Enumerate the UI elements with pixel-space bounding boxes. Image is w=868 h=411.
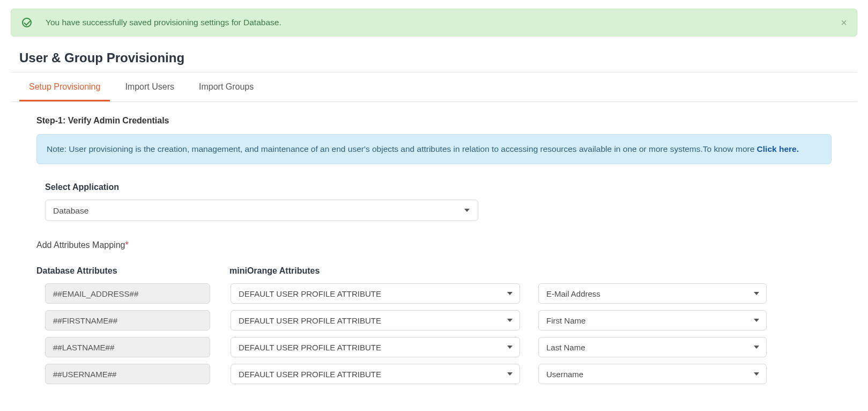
col-header-mo: miniOrange Attributes <box>229 266 832 276</box>
mo-type-select[interactable]: DEFAULT USER PROFILE ATTRIBUTE <box>231 310 520 331</box>
mo-type-select[interactable]: DEFAULT USER PROFILE ATTRIBUTE <box>231 364 520 384</box>
select-application[interactable]: Database <box>45 200 478 221</box>
mo-field-select-wrap: E-Mail Address <box>538 283 767 304</box>
tab-setup-provisioning[interactable]: Setup Provisioning <box>19 72 110 101</box>
col-header-db: Database Attributes <box>36 266 219 276</box>
db-attribute-input[interactable] <box>45 283 210 304</box>
mapping-row: DEFAULT USER PROFILE ATTRIBUTE Username <box>36 364 832 384</box>
required-asterisk: * <box>125 240 128 249</box>
columns-header: Database Attributes miniOrange Attribute… <box>36 266 832 276</box>
db-attribute-input[interactable] <box>45 337 210 357</box>
mapping-row: DEFAULT USER PROFILE ATTRIBUTE First Nam… <box>36 310 832 331</box>
mo-field-select-wrap: First Name <box>538 310 767 331</box>
step-label: Step-1: <box>36 116 65 125</box>
mo-type-select[interactable]: DEFAULT USER PROFILE ATTRIBUTE <box>231 337 520 357</box>
mo-type-select[interactable]: DEFAULT USER PROFILE ATTRIBUTE <box>231 283 520 304</box>
select-application-label: Select Application <box>45 182 832 192</box>
form-section: Select Application Database <box>36 182 832 240</box>
mo-field-select-wrap: Last Name <box>538 337 767 357</box>
mo-field-select[interactable]: Username <box>538 364 767 384</box>
step-text: Verify Admin Credentials <box>68 116 169 125</box>
info-note-text: Note: User provisioning is the creation,… <box>47 144 757 153</box>
mo-field-select[interactable]: E-Mail Address <box>538 283 767 304</box>
mo-type-select-wrap: DEFAULT USER PROFILE ATTRIBUTE <box>231 310 520 331</box>
tab-import-groups[interactable]: Import Groups <box>189 72 263 101</box>
mo-field-select[interactable]: First Name <box>538 310 767 331</box>
mo-field-select-wrap: Username <box>538 364 767 384</box>
db-attribute-input[interactable] <box>45 310 210 331</box>
mapping-row: DEFAULT USER PROFILE ATTRIBUTE E-Mail Ad… <box>36 283 832 304</box>
tab-import-users[interactable]: Import Users <box>115 72 184 101</box>
page-title: User & Group Provisioning <box>19 50 849 65</box>
attrs-mapping-text: Add Attributes Mapping <box>36 240 125 249</box>
tabs: Setup Provisioning Import Users Import G… <box>11 72 857 102</box>
select-application-wrap: Database <box>45 200 478 221</box>
check-circle-icon <box>22 18 32 27</box>
info-note: Note: User provisioning is the creation,… <box>36 134 832 164</box>
mo-type-select-wrap: DEFAULT USER PROFILE ATTRIBUTE <box>231 337 520 357</box>
mapping-row: DEFAULT USER PROFILE ATTRIBUTE Last Name <box>36 337 832 357</box>
alert-message: You have successfully saved provisioning… <box>46 18 281 27</box>
main-content: Step-1: Verify Admin Credentials Note: U… <box>11 116 857 384</box>
alert-success: You have successfully saved provisioning… <box>11 9 857 36</box>
step-heading: Step-1: Verify Admin Credentials <box>36 116 832 126</box>
mo-type-select-wrap: DEFAULT USER PROFILE ATTRIBUTE <box>231 283 520 304</box>
mo-field-select[interactable]: Last Name <box>538 337 767 357</box>
db-attribute-input[interactable] <box>45 364 210 384</box>
info-note-link[interactable]: Click here. <box>757 144 799 153</box>
attrs-mapping-label: Add Attributes Mapping* <box>36 240 832 250</box>
close-icon[interactable]: × <box>841 17 847 28</box>
mo-type-select-wrap: DEFAULT USER PROFILE ATTRIBUTE <box>231 364 520 384</box>
